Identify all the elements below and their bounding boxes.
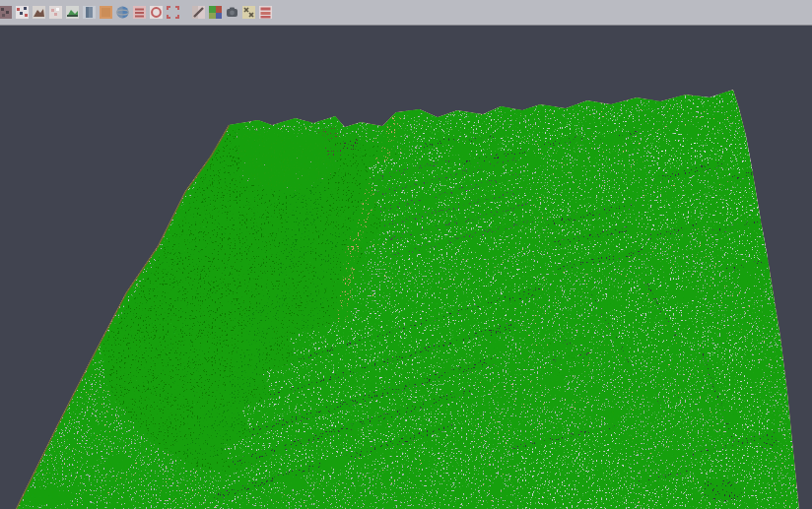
layers-button[interactable] [257, 2, 274, 24]
markers-icon [241, 5, 256, 20]
camera-icon [225, 5, 239, 20]
layers-icon [258, 5, 273, 20]
aligned-points-icon [15, 5, 30, 20]
viewport-3d[interactable] [0, 27, 812, 509]
circle-tool-button[interactable] [148, 2, 165, 24]
render-3d-scene [0, 27, 812, 509]
toolbar-separator [181, 2, 190, 24]
model-3d-button[interactable] [81, 2, 98, 24]
model-3d-icon [82, 5, 97, 20]
aligned-points-button[interactable] [14, 2, 31, 24]
region-select-icon [166, 5, 180, 20]
sparse-cloud-icon [48, 5, 63, 20]
region-select-button[interactable] [165, 2, 181, 24]
circle-tool-icon [149, 5, 164, 20]
dem-terrain-icon [32, 5, 46, 20]
point-cloud-button[interactable] [0, 2, 14, 24]
markers-button[interactable] [240, 2, 257, 24]
classification-button[interactable] [207, 2, 224, 24]
point-cloud-icon [0, 5, 13, 20]
orthomosaic-icon [99, 5, 113, 20]
main-toolbar [0, 0, 812, 26]
sparse-cloud-button[interactable] [47, 2, 64, 24]
contours-button[interactable] [131, 2, 148, 24]
ruler-icon [191, 5, 206, 20]
globe-icon [115, 5, 130, 20]
globe-button[interactable] [114, 2, 131, 24]
dense-cloud-button[interactable] [64, 2, 81, 24]
dem-terrain-button[interactable] [31, 2, 47, 24]
ruler-button[interactable] [190, 2, 207, 24]
camera-button[interactable] [224, 2, 240, 24]
dense-cloud-icon [65, 5, 80, 20]
classification-icon [208, 5, 223, 20]
orthomosaic-button[interactable] [98, 2, 114, 24]
application-window [0, 0, 812, 509]
contours-icon [132, 5, 147, 20]
